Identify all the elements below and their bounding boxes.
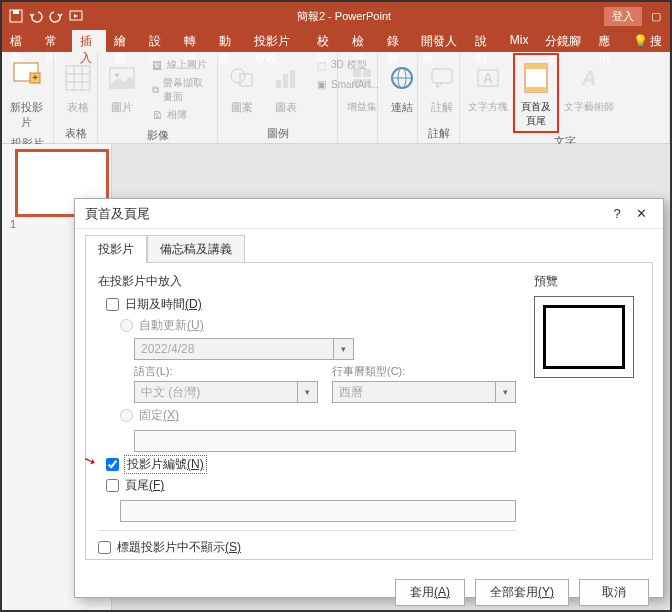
screenshot-icon: ⧉ [149,82,161,98]
datetime-checkbox[interactable] [106,298,119,311]
svg-rect-17 [290,70,295,88]
tab-search[interactable]: 💡搜 [625,30,670,52]
tab-review[interactable]: 校閱 [309,30,344,52]
redo-icon[interactable] [48,8,64,24]
chevron-down-icon[interactable]: ▾ [496,381,516,403]
apply-all-button[interactable]: 全部套用(Y) [475,579,569,606]
tab-transitions[interactable]: 轉場 [176,30,211,52]
link-button[interactable]: 連結 [382,56,422,117]
svg-text:✦: ✦ [31,72,39,83]
textbox-label: 文字方塊 [468,100,508,114]
tab-developer[interactable]: 開發人員 [413,30,467,52]
picture-button[interactable]: 圖片 [102,56,142,117]
fixed-radio[interactable] [120,409,133,422]
tab-mix[interactable]: Mix [502,30,537,52]
preview-box [534,296,634,378]
textbox-icon: A [472,58,504,98]
album-label: 相簿 [167,108,187,122]
dialog-tab-slide[interactable]: 投影片 [85,235,147,263]
comment-icon [426,58,458,98]
tab-slideshow[interactable]: 投影片放映 [246,30,309,52]
tab-view[interactable]: 檢視 [344,30,379,52]
online-picture-icon: 🖼 [149,57,165,73]
dontshow-checkbox[interactable] [98,541,111,554]
new-slide-icon: ✦ [11,58,43,98]
lang-label: 語言(L): [134,364,318,379]
footer-input[interactable] [120,500,516,522]
header-footer-button[interactable]: 頁首及 頁尾 [516,56,556,130]
signin-button[interactable]: 登入 [604,7,642,26]
chevron-down-icon[interactable]: ▾ [334,338,354,360]
footer-checkbox[interactable] [106,479,119,492]
tab-insert[interactable]: 插入 [72,30,107,52]
screenshot-button[interactable]: ⧉螢幕擷取畫面 [146,75,213,105]
svg-point-13 [231,69,245,83]
tab-apps[interactable]: 應用 [590,30,625,52]
picture-icon [106,58,138,98]
wordart-icon: A [573,58,605,98]
date-combo[interactable] [134,338,334,360]
cal-combo[interactable] [332,381,496,403]
apply-button[interactable]: 套用(A) [395,579,465,606]
preview-label: 預覽 [534,273,640,290]
comment-group-label: 註解 [418,126,459,143]
album-button[interactable]: 🖻相簿 [146,106,213,124]
slideshow-icon[interactable] [68,8,84,24]
table-label: 表格 [67,100,89,115]
save-icon[interactable] [8,8,24,24]
tab-recording[interactable]: 錄製 [379,30,414,52]
header-footer-dialog: 頁首及頁尾 ? ✕ 投影片 備忘稿及講義 在投影片中放入 日期及時間(D) 自動… [74,198,664,598]
addin-icon [346,58,378,98]
online-picture-button[interactable]: 🖼線上圖片 [146,56,213,74]
cancel-button[interactable]: 取消 [579,579,649,606]
undo-icon[interactable] [28,8,44,24]
tables-group-label: 表格 [54,126,97,143]
fixed-input[interactable] [134,430,516,452]
svg-rect-6 [66,66,90,90]
bulb-icon: 💡 [633,34,648,48]
help-button[interactable]: ? [605,206,629,221]
header-footer-icon [520,58,552,98]
dialog-title: 頁首及頁尾 [85,205,605,223]
svg-rect-1 [13,10,19,14]
svg-rect-30 [525,87,547,92]
tab-animations[interactable]: 動畫 [211,30,246,52]
tab-script[interactable]: 分鏡腳本 [537,30,591,52]
tab-home[interactable]: 常用 [37,30,72,52]
ribbon-options-icon[interactable]: ▢ [648,8,664,24]
addin-label: 增益集 [347,100,377,114]
album-icon: 🖻 [149,107,165,123]
tab-help[interactable]: 說明 [467,30,502,52]
new-slide-label: 新投影 片 [10,100,43,130]
svg-rect-25 [432,69,452,83]
chart-button[interactable]: 圖表 [266,56,306,117]
window-title: 簡報2 - PowerPoint [90,9,598,24]
section-label: 在投影片中放入 [98,273,516,290]
new-slide-button[interactable]: ✦ 新投影 片 [6,56,47,132]
svg-rect-29 [525,64,547,69]
comment-button[interactable]: 註解 [422,56,462,117]
table-button[interactable]: 表格 [58,56,98,117]
tab-design[interactable]: 設計 [141,30,176,52]
wordart-label: 文字藝術師 [564,100,614,114]
link-label: 連結 [391,100,413,115]
svg-text:A: A [483,70,493,86]
lang-combo[interactable] [134,381,298,403]
chevron-down-icon[interactable]: ▾ [298,381,318,403]
shapes-button[interactable]: 圖案 [222,56,262,117]
dialog-tab-notes[interactable]: 備忘稿及講義 [147,235,245,263]
tab-draw[interactable]: 繪圖 [106,30,141,52]
svg-point-12 [115,73,119,77]
slidenum-checkbox[interactable] [106,458,119,471]
close-button[interactable]: ✕ [629,206,653,221]
svg-rect-15 [276,80,281,88]
dontshow-label: 標題投影片中不顯示(S) [117,539,241,556]
wordart-button[interactable]: A 文字藝術師 [560,56,618,116]
datetime-label: 日期及時間(D) [125,296,202,313]
shapes-icon [226,58,258,98]
autoupdate-radio[interactable] [120,319,133,332]
tab-file[interactable]: 檔案 [2,30,37,52]
textbox-button[interactable]: A 文字方塊 [464,56,512,116]
addin-button[interactable]: 增益集 [342,56,382,116]
table-icon [62,58,94,98]
